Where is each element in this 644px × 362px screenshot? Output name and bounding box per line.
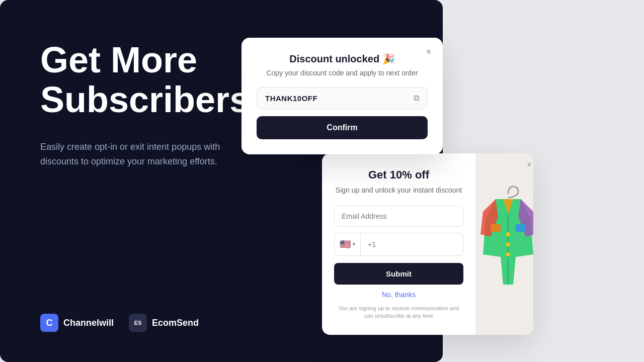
- subscribe-popup-close[interactable]: ×: [523, 158, 533, 171]
- hero-subtitle: Easily create opt-in or exit intent popu…: [40, 140, 252, 169]
- email-input[interactable]: [334, 206, 463, 227]
- brand-channelwill: C Channelwill: [40, 314, 114, 332]
- flag-emoji: 🇺🇸: [340, 239, 351, 250]
- channelwill-label: Channelwill: [63, 318, 114, 328]
- discount-popup-close[interactable]: ×: [422, 45, 436, 59]
- channelwill-icon: C: [40, 314, 58, 332]
- confirm-button[interactable]: Confirm: [257, 116, 428, 139]
- ecomsend-icon: ES: [129, 314, 147, 332]
- phone-row: 🇺🇸 ▾: [334, 233, 463, 256]
- svg-rect-2: [516, 224, 526, 232]
- discount-popup-title: Discount unlocked 🎉: [257, 53, 428, 65]
- flag-select[interactable]: 🇺🇸 ▾: [335, 233, 361, 255]
- legal-text: You are signing up to receive communicat…: [334, 305, 463, 320]
- flag-chevron-icon: ▾: [353, 241, 355, 247]
- subscribe-form-side: Get 10% off Sign up and unlock your inst…: [322, 153, 475, 335]
- subscribe-popup: Get 10% off Sign up and unlock your inst…: [322, 153, 533, 335]
- no-thanks-link[interactable]: No, thanks: [334, 291, 463, 299]
- product-image-side: ×: [475, 153, 533, 335]
- ecomsend-label: EcomSend: [152, 318, 199, 328]
- brand-ecomsend: ES EcomSend: [129, 314, 199, 332]
- submit-button[interactable]: Submit: [334, 263, 463, 285]
- discount-code: THANK10OFF: [265, 94, 414, 103]
- subscribe-subtitle: Sign up and unlock your instant discount: [334, 186, 463, 196]
- copy-icon[interactable]: ⧉: [414, 94, 419, 103]
- svg-point-4: [506, 242, 510, 246]
- phone-input[interactable]: [361, 234, 463, 254]
- right-panel: × Discount unlocked 🎉 Copy your discount…: [443, 0, 644, 362]
- discount-popup: × Discount unlocked 🎉 Copy your discount…: [242, 38, 443, 154]
- subscribe-title: Get 10% off: [334, 168, 463, 182]
- page-wrapper: Get More Subscribers Easily create opt-i…: [0, 0, 644, 362]
- discount-popup-subtitle: Copy your discount code and apply to nex…: [257, 69, 428, 77]
- product-jacket-image: [475, 184, 533, 305]
- svg-point-3: [506, 232, 510, 236]
- svg-rect-1: [491, 224, 501, 232]
- discount-code-row: THANK10OFF ⧉: [257, 87, 428, 109]
- svg-point-5: [506, 252, 510, 256]
